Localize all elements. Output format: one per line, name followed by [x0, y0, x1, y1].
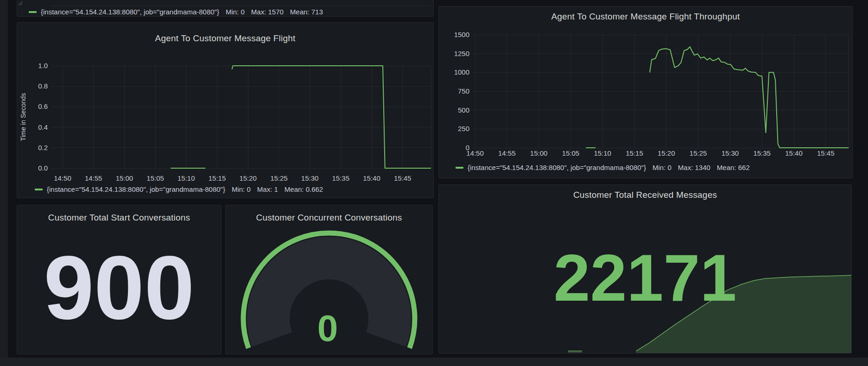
svg-text:14:55: 14:55 [85, 174, 102, 182]
legend-row: {instance="54.154.24.138:8080", job="gra… [35, 185, 329, 193]
panel-total-received-messages: Customer Total Received Messages 22171 [438, 184, 852, 353]
series-color-dash [29, 11, 37, 13]
svg-text:15:15: 15:15 [626, 149, 643, 157]
svg-text:15:25: 15:25 [270, 174, 288, 182]
svg-text:500: 500 [458, 106, 469, 114]
panel-resize-handle[interactable] [17, 0, 23, 6]
legend-row: {instance="54.154.24.138:8080", job="gra… [456, 164, 756, 171]
svg-text:15:30: 15:30 [301, 174, 319, 182]
legend-series-label[interactable]: {instance="54.154.24.138:8080", job="gra… [41, 8, 219, 16]
legend-series-label[interactable]: {instance="54.154.24.138:8080", job="gra… [47, 185, 225, 193]
svg-text:15:05: 15:05 [146, 174, 164, 182]
legend-max: Max: 1 [257, 185, 278, 193]
svg-text:15:15: 15:15 [209, 174, 226, 182]
svg-text:0.6: 0.6 [38, 102, 48, 110]
legend-mean: Mean: 0.662 [285, 185, 323, 193]
legend-min: Min: 0 [653, 164, 672, 171]
svg-text:15:20: 15:20 [239, 174, 257, 182]
message-flight-chart-plot[interactable]: 0.00.20.40.60.81.014:5014:5515:0015:0515… [17, 23, 433, 198]
gauge: 0 [226, 205, 432, 354]
panel-total-start-conversations: Customer Total Start Conversations 900 [17, 205, 222, 354]
series-color-dash [456, 167, 463, 169]
page-left-strip [0, 0, 8, 358]
svg-text:0.8: 0.8 [38, 82, 48, 90]
svg-text:14:55: 14:55 [498, 149, 516, 157]
svg-text:250: 250 [458, 125, 469, 133]
svg-text:15:00: 15:00 [530, 149, 548, 157]
throughput-chart-plot[interactable]: 025050075010001250150014:5014:5515:0015:… [439, 6, 852, 178]
gauge-value: 0 [317, 308, 338, 349]
svg-text:1.0: 1.0 [38, 62, 48, 69]
legend-max: Max: 1570 [251, 8, 284, 16]
panel-message-flight-throughput: Agent To Customer Message Flight Through… [438, 6, 853, 178]
legend-max: Max: 1340 [678, 164, 710, 171]
series-color-dash [35, 189, 43, 190]
svg-text:15:40: 15:40 [785, 149, 803, 157]
svg-text:15:05: 15:05 [562, 149, 580, 157]
stat-value: 22171 [554, 245, 737, 311]
svg-text:1000: 1000 [454, 68, 469, 76]
legend-min: Min: 0 [232, 185, 251, 193]
svg-text:0.4: 0.4 [38, 123, 48, 131]
svg-text:15:45: 15:45 [817, 149, 835, 157]
svg-text:15:10: 15:10 [177, 174, 195, 182]
svg-text:15:40: 15:40 [363, 174, 380, 182]
svg-text:Time in Seconds: Time in Seconds [19, 93, 27, 141]
svg-text:15:20: 15:20 [658, 149, 675, 157]
panel-message-flight: Agent To Customer Message Flight 0.00.20… [17, 22, 434, 198]
svg-text:15:25: 15:25 [690, 149, 707, 157]
svg-text:15:30: 15:30 [722, 149, 739, 157]
svg-text:14:50: 14:50 [54, 174, 71, 182]
svg-text:15:45: 15:45 [394, 174, 412, 182]
svg-text:15:10: 15:10 [594, 149, 611, 157]
legend-series-label[interactable]: {instance="54.154.24.138:8080", job="gra… [468, 164, 646, 171]
svg-text:14:50: 14:50 [466, 149, 484, 157]
svg-text:1250: 1250 [454, 50, 469, 57]
legend-mean: Mean: 713 [290, 8, 323, 16]
dashboard: {instance="54.154.24.138:8080", job="gra… [0, 0, 868, 366]
stat-value: 900 [44, 242, 194, 333]
legend-mean: Mean: 662 [717, 164, 750, 171]
bottom-bar [0, 358, 868, 366]
svg-text:15:00: 15:00 [116, 174, 133, 182]
svg-text:15:35: 15:35 [332, 174, 350, 182]
panel-title[interactable]: Customer Total Start Conversations [17, 213, 221, 223]
panel-partial-top: {instance="54.154.24.138:8080", job="gra… [17, 0, 434, 17]
svg-text:1500: 1500 [454, 31, 469, 38]
svg-text:750: 750 [458, 87, 469, 95]
panel-concurrent-conversations: Customer Concurrent Conversations 0 [225, 205, 433, 354]
svg-text:0.2: 0.2 [38, 144, 48, 151]
svg-text:0.0: 0.0 [38, 164, 48, 172]
svg-text:15:35: 15:35 [753, 149, 771, 157]
legend-min: Min: 0 [226, 8, 245, 16]
legend-row: {instance="54.154.24.138:8080", job="gra… [29, 8, 329, 16]
